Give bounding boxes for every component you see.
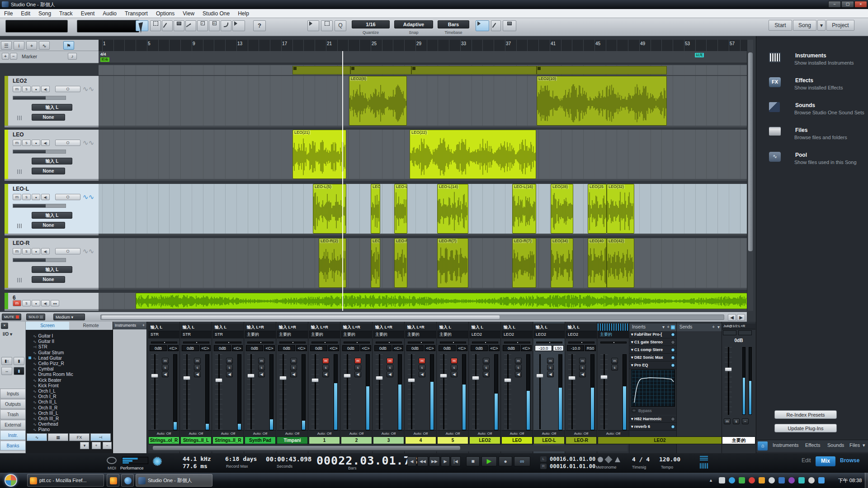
browser-item-guitar-i[interactable]: ∿Guitar I bbox=[33, 333, 53, 338]
track-header-LEO[interactable]: LEOms●◀)O∿∿输入 LNone bbox=[5, 130, 99, 181]
track-waveform-icon[interactable]: ∿∿ bbox=[83, 193, 94, 201]
eyedropper-tool[interactable] bbox=[162, 20, 173, 31]
menu-song[interactable]: Song bbox=[34, 9, 55, 18]
rewind-button[interactable]: ◀◀ bbox=[417, 456, 428, 466]
audio-clip[interactable]: LEO(40 bbox=[588, 238, 607, 288]
channel-automation-mode[interactable]: Auto: Off bbox=[501, 430, 533, 436]
home-tab[interactable]: ⌂ bbox=[758, 441, 768, 450]
track-input-button[interactable]: 输入 L bbox=[32, 104, 72, 111]
width-toggle[interactable]: ↔ bbox=[1, 367, 12, 375]
channel-mute-button[interactable]: m bbox=[419, 358, 425, 364]
audio-clip[interactable]: LEO(34) bbox=[551, 238, 573, 288]
start-button[interactable] bbox=[5, 474, 17, 487]
channel-pan-value[interactable]: <C> bbox=[200, 345, 211, 351]
menu-studio-one[interactable]: Studio One bbox=[198, 9, 234, 18]
paint-tool[interactable]: ✓ bbox=[197, 20, 208, 31]
pan-slider[interactable] bbox=[247, 342, 274, 343]
channel-automation-mode[interactable]: Auto: Off bbox=[212, 430, 244, 436]
metronome-setup-icon[interactable] bbox=[605, 456, 613, 464]
scroll-left-button[interactable]: ◀ bbox=[728, 314, 736, 321]
track-record-button[interactable]: ● bbox=[32, 86, 40, 92]
track-mute-button[interactable]: m bbox=[13, 140, 21, 146]
channel-pan-value[interactable]: <C> bbox=[425, 345, 435, 351]
insert-power-icon[interactable] bbox=[671, 363, 675, 367]
tray-icon-6[interactable] bbox=[769, 477, 775, 483]
tray-icon-7[interactable] bbox=[778, 477, 785, 483]
channel-name-label[interactable]: Strings..II_L bbox=[180, 436, 212, 444]
loop-button[interactable]: ∞ bbox=[514, 456, 530, 466]
channel-monitor-button[interactable]: ◀ bbox=[387, 371, 393, 377]
menu-options[interactable]: Options bbox=[152, 9, 179, 18]
master-mute-button[interactable]: m bbox=[724, 418, 731, 424]
channel-mute-button[interactable]: m bbox=[547, 358, 554, 364]
precount-icon[interactable] bbox=[615, 457, 620, 462]
menu-track[interactable]: Track bbox=[55, 9, 77, 18]
audio-clip[interactable]: LEO-L(14) bbox=[437, 184, 468, 234]
narrow-strip-toggle[interactable]: ▮↕ bbox=[1, 357, 12, 365]
metronome-icon[interactable] bbox=[598, 457, 603, 462]
channel-volume-value[interactable]: 0dB bbox=[278, 345, 295, 351]
channel-monitor-button[interactable]: ◀ bbox=[483, 371, 490, 377]
marker-tag-cyan[interactable]: 結尾 bbox=[695, 53, 704, 57]
audiobend-edit-button[interactable] bbox=[321, 20, 333, 31]
track-waveform-icon[interactable]: ∿∿ bbox=[83, 85, 94, 93]
bus-fader[interactable] bbox=[600, 354, 608, 429]
song-page-button[interactable]: Song bbox=[793, 20, 816, 31]
audio-clip[interactable]: LEO-R bbox=[394, 238, 407, 288]
insert-slot-pro-eq[interactable]: ▾ Pro EQ bbox=[629, 362, 676, 369]
channel-fader[interactable] bbox=[536, 354, 543, 429]
channel-automation-mode[interactable]: Auto: Off bbox=[341, 430, 372, 436]
marker-lane[interactable]: 4/4 前奏 結尾 bbox=[99, 51, 747, 63]
browse-item-title[interactable]: Files bbox=[795, 127, 807, 133]
split-tool[interactable] bbox=[185, 20, 196, 31]
channel-name-label[interactable]: 1 bbox=[309, 436, 340, 444]
channel-name-label[interactable]: LEO-R bbox=[566, 436, 597, 444]
browser-fx-filter[interactable]: FX bbox=[69, 433, 90, 441]
track-mute-button[interactable]: m bbox=[13, 86, 21, 92]
track-header-LEO-L[interactable]: LEO-Lms●◀)O∿∿输入 LNone bbox=[5, 184, 99, 235]
channel-volume-value[interactable]: 0dB bbox=[342, 345, 359, 351]
eq-bypass-toggle[interactable]: Bypass bbox=[629, 408, 676, 415]
channel-pan-value[interactable]: <C> bbox=[489, 345, 500, 351]
pan-slider[interactable] bbox=[408, 342, 434, 343]
insert-power-icon[interactable] bbox=[671, 417, 675, 421]
pan-slider[interactable] bbox=[536, 342, 562, 343]
mixer-channel-leo-r[interactable]: 输入 LLEO2-10.0R50ms◀Auto: OffLEO-R bbox=[566, 322, 597, 453]
channel-mute-button[interactable]: m bbox=[226, 358, 233, 364]
channel-fader[interactable] bbox=[279, 354, 287, 429]
wide-strip-toggle[interactable]: ▮ bbox=[14, 357, 24, 365]
browse-item-title[interactable]: Effects bbox=[795, 77, 813, 84]
channel-pan-value[interactable]: <C> bbox=[457, 345, 467, 351]
track-volume-slider[interactable] bbox=[13, 150, 66, 154]
master-icons[interactable] bbox=[723, 330, 736, 335]
start-page-button[interactable]: Start bbox=[769, 20, 792, 31]
track-output-button[interactable]: None bbox=[32, 168, 65, 174]
sends-add-button[interactable]: + bbox=[712, 324, 715, 331]
play-button[interactable]: ▶ bbox=[481, 456, 497, 466]
pan-slider[interactable] bbox=[472, 342, 498, 343]
channel-monitor-button[interactable]: ◀ bbox=[322, 371, 329, 377]
channel-volume-value[interactable]: 0dB bbox=[374, 345, 392, 351]
meter-bridge-icon[interactable] bbox=[700, 456, 708, 461]
channel-mute-button[interactable]: m bbox=[162, 358, 169, 364]
browser-item-str[interactable]: ⊣STR bbox=[33, 344, 47, 349]
menu-audio[interactable]: Audio bbox=[99, 9, 121, 18]
insert-slot-c1-gate-stereo[interactable]: ▾ C1 gate Stereo bbox=[629, 339, 676, 346]
insert-slot-reverb-6[interactable]: ▾ reverb 6 bbox=[629, 423, 676, 431]
insert-power-icon[interactable] bbox=[671, 333, 675, 337]
browser-item-orch-i-r[interactable]: ∿Orch I_R bbox=[33, 394, 57, 399]
browser-item-cello-pizz-r[interactable]: ∿Cello Pizz_R bbox=[33, 361, 64, 366]
pan-slider[interactable] bbox=[568, 342, 594, 343]
channel-monitor-button[interactable]: ◀ bbox=[162, 371, 169, 377]
scrollbar-thumb[interactable] bbox=[748, 52, 753, 251]
channel-name-label[interactable]: LEO-L bbox=[533, 436, 565, 444]
view-mix-button[interactable]: Mix bbox=[816, 456, 835, 466]
close-button[interactable]: × bbox=[854, 1, 867, 8]
channel-volume-value[interactable]: 0dB bbox=[214, 345, 231, 351]
track-monitor-button[interactable]: ◀) bbox=[41, 248, 50, 254]
audiobend-button[interactable] bbox=[307, 20, 319, 31]
track-header-LEO-R[interactable]: LEO-Rms●◀)O∿∿输入 LNone bbox=[5, 238, 99, 290]
menu-edit[interactable]: Edit bbox=[17, 9, 34, 18]
track-expand-button[interactable] bbox=[491, 20, 501, 31]
arrange-horizontal-scrollbar[interactable] bbox=[100, 314, 724, 320]
